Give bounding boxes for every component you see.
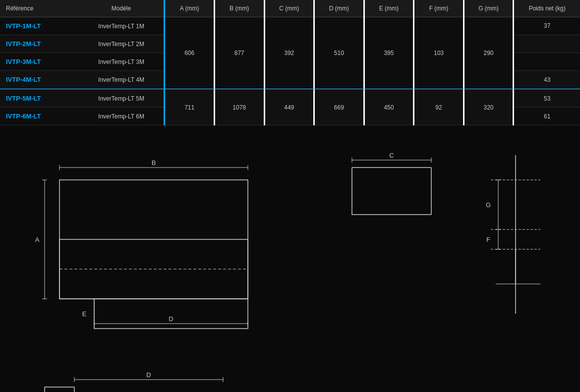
svg-text:E: E xyxy=(82,310,87,318)
diagram-svg-right: G F xyxy=(461,140,570,348)
diagram-section: B A D E C xyxy=(0,130,580,360)
col-b: B (mm) xyxy=(214,0,264,17)
col-reference: Référence xyxy=(0,0,79,17)
svg-text:B: B xyxy=(152,159,156,167)
col-d: D (mm) xyxy=(314,0,364,17)
e-cell: 450 xyxy=(364,90,414,125)
model-cell: InverTemp-LT 4M xyxy=(79,71,165,89)
diagram-svg-bottom: D E xyxy=(15,365,263,392)
poids-cell: 53 xyxy=(514,90,580,108)
diagram-right: G F xyxy=(461,140,570,350)
ref-cell: IVTP-6M-LT xyxy=(0,108,79,125)
c-cell: 449 xyxy=(264,90,314,125)
d-cell: 669 xyxy=(314,90,364,125)
col-g: G (mm) xyxy=(464,0,514,17)
svg-text:A: A xyxy=(35,236,40,243)
col-a: A (mm) xyxy=(165,0,215,17)
e-cell: 395 xyxy=(364,17,414,89)
ref-cell: IVTP-1M-LT xyxy=(0,17,79,35)
col-model: Modèle xyxy=(79,0,165,17)
poids-cell xyxy=(514,35,580,53)
col-f: F (mm) xyxy=(414,0,464,17)
svg-text:C: C xyxy=(389,152,394,159)
f-cell: 92 xyxy=(414,90,464,125)
g-cell: 320 xyxy=(464,90,514,125)
a-cell: 711 xyxy=(165,90,215,125)
a-cell: 606 xyxy=(165,17,215,89)
col-c: C (mm) xyxy=(264,0,314,17)
svg-text:F: F xyxy=(486,236,490,243)
poids-cell xyxy=(514,53,580,71)
diagram-bottom-section: D E xyxy=(0,360,580,392)
ref-cell: IVTP-4M-LT xyxy=(0,71,79,89)
svg-rect-15 xyxy=(94,299,248,329)
diagram-left: B A D E xyxy=(15,140,322,350)
ref-cell: IVTP-2M-LT xyxy=(0,35,79,53)
diagram-svg-middle: C xyxy=(342,140,441,264)
b-cell: 1078 xyxy=(214,90,264,125)
f-cell: 103 xyxy=(414,17,464,89)
c-cell: 392 xyxy=(264,17,314,89)
poids-cell: 37 xyxy=(514,17,580,35)
table-row: IVTP-5M-LT InverTemp-LT 5M 711 1078 449 … xyxy=(0,90,580,108)
b-cell: 877 xyxy=(214,17,264,89)
table-header-row: Référence Modèle A (mm) B (mm) C (mm) D … xyxy=(0,0,580,17)
table-section: Référence Modèle A (mm) B (mm) C (mm) D … xyxy=(0,0,580,125)
table-row: IVTP-1M-LT InverTemp-LT 1M 606 877 392 5… xyxy=(0,17,580,35)
svg-text:D: D xyxy=(169,315,173,323)
poids-cell: 43 xyxy=(514,71,580,89)
d-cell: 510 xyxy=(314,17,364,89)
poids-cell: 61 xyxy=(514,108,580,125)
model-cell: InverTemp-LT 6M xyxy=(79,108,165,125)
g-cell: 290 xyxy=(464,17,514,89)
svg-text:G: G xyxy=(486,201,491,209)
diagram-svg-left: B A D E xyxy=(15,140,322,348)
diagram-middle: C xyxy=(342,140,441,350)
model-cell: InverTemp-LT 5M xyxy=(79,90,165,108)
specs-table: Référence Modèle A (mm) B (mm) C (mm) D … xyxy=(0,0,580,125)
col-poids: Poids net (kg) xyxy=(514,0,580,17)
model-cell: InverTemp-LT 2M xyxy=(79,35,165,53)
ref-cell: IVTP-3M-LT xyxy=(0,53,79,71)
model-cell: InverTemp-LT 1M xyxy=(79,17,165,35)
svg-text:D: D xyxy=(146,371,151,379)
model-cell: InverTemp-LT 3M xyxy=(79,53,165,71)
col-e: E (mm) xyxy=(364,0,414,17)
ref-cell: IVTP-5M-LT xyxy=(0,90,79,108)
